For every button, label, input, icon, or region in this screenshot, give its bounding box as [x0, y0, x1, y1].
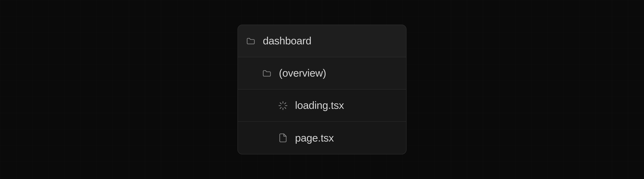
folder-icon [262, 68, 272, 78]
tree-item-label: (overview) [279, 67, 326, 79]
svg-line-7 [284, 103, 286, 104]
tree-file-loading[interactable]: loading.tsx [238, 90, 406, 122]
svg-line-2 [280, 103, 281, 104]
folder-icon [246, 36, 256, 46]
file-tree-panel: dashboard (overview) [238, 25, 406, 154]
tree-folder-dashboard[interactable]: dashboard [238, 25, 406, 57]
file-icon [278, 133, 288, 143]
tree-folder-overview[interactable]: (overview) [238, 57, 406, 90]
svg-line-3 [284, 107, 286, 108]
tree-item-label: page.tsx [295, 132, 334, 144]
tree-item-label: loading.tsx [295, 99, 344, 112]
spinner-icon [278, 101, 288, 110]
tree-file-page[interactable]: page.tsx [238, 122, 406, 154]
svg-line-6 [280, 107, 281, 108]
tree-item-label: dashboard [263, 35, 311, 47]
